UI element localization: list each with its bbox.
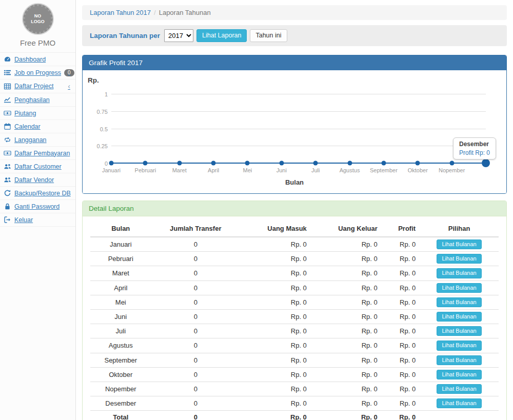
table-row: September0Rp. 0Rp. 0Rp. 0Lihat Bulanan [90, 353, 499, 367]
total-row: Total0Rp. 0Rp. 0Rp. 0 [90, 411, 499, 420]
cell: Rp. 0 [382, 295, 420, 309]
gridline: 0.75 [111, 111, 486, 112]
lihat-bulanan-button[interactable]: Lihat Bulanan [437, 312, 481, 322]
gridline: 0.5 [111, 129, 486, 129]
data-point-pebruari[interactable] [143, 161, 148, 166]
tahun-ini-button[interactable]: Tahun ini [250, 29, 287, 42]
x-tick-label: Juli [311, 167, 320, 173]
action-cell: Lihat Bulanan [420, 353, 499, 367]
cell: Mei [90, 295, 151, 309]
cell: Rp. 0 [382, 396, 420, 411]
data-point-juli[interactable] [313, 161, 318, 166]
y-tick-label: 0.75 [87, 109, 108, 115]
lihat-bulanan-button[interactable]: Lihat Bulanan [437, 283, 481, 293]
action-cell: Lihat Bulanan [420, 338, 499, 353]
data-point-agustus[interactable] [347, 161, 352, 166]
tooltip-value: Profit Rp: 0 [459, 149, 490, 156]
breadcrumb-link-laporan-tahun[interactable]: Laporan Tahun 2017 [90, 9, 151, 16]
sidebar-item-ganti-password[interactable]: Ganti Password [0, 200, 75, 213]
no-logo-text: NO LOGO [31, 13, 45, 25]
filter-label: Laporan Tahunan per [90, 32, 160, 39]
cell: Maret [90, 266, 151, 281]
x-tick-label: Agustus [340, 167, 360, 173]
cell: Pebruari [90, 252, 151, 266]
table-row: Mei0Rp. 0Rp. 0Rp. 0Lihat Bulanan [90, 295, 499, 309]
profit-chart: Rp. Desember Profit Rp: 0 10.750.50.250J… [83, 70, 506, 193]
sidebar-item-penghasilan[interactable]: Penghasilan [0, 93, 75, 107]
column-header: Bulan [90, 221, 151, 237]
sidebar-item-daftar-project[interactable]: Daftar Project‹ [0, 79, 75, 93]
sidebar-item-daftar-vendor[interactable]: Daftar Vendor [0, 173, 75, 187]
cell: Rp. 0 [311, 367, 382, 382]
cell: Total [90, 411, 151, 420]
x-tick-label: Maret [172, 167, 187, 173]
cell: Rp. 0 [382, 324, 420, 338]
count-badge: 0 [64, 69, 74, 76]
cell: Juni [90, 309, 151, 324]
cell: Rp. 0 [240, 266, 311, 281]
sidebar-item-label: Daftar Vendor [14, 176, 72, 184]
y-tick-label: 0.5 [87, 126, 108, 132]
data-point-juni[interactable] [279, 161, 284, 166]
year-select[interactable]: 2017 [164, 29, 193, 42]
x-tick-label: Januari [102, 167, 121, 173]
sidebar-item-label: Job on Progress [14, 69, 61, 76]
lihat-bulanan-button[interactable]: Lihat Bulanan [437, 297, 481, 307]
table-row: Maret0Rp. 0Rp. 0Rp. 0Lihat Bulanan [90, 266, 499, 281]
sidebar-item-langganan[interactable]: Langganan [0, 133, 75, 147]
sidebar-item-keluar[interactable]: Keluar [0, 213, 75, 227]
sidebar-item-piutang[interactable]: Piutang [0, 107, 75, 120]
sidebar-item-daftar-pembayaran[interactable]: Daftar Pembayaran [0, 147, 75, 160]
logo-area: NO LOGO Free PMO [0, 0, 75, 47]
data-point-januari[interactable] [109, 161, 114, 166]
chart-tooltip: Desember Profit Rp: 0 [453, 137, 496, 159]
lihat-bulanan-button[interactable]: Lihat Bulanan [437, 254, 481, 264]
sidebar-item-dashboard[interactable]: Dashboard [0, 53, 75, 66]
table-row: Januari0Rp. 0Rp. 0Rp. 0Lihat Bulanan [90, 237, 499, 252]
sidebar-item-backup-restore-db[interactable]: Backup/Restore DB [0, 187, 75, 200]
cell: Rp. 0 [240, 324, 311, 338]
profit-chart-panel: Grafik Profit 2017 Rp. Desember Profit R… [82, 55, 507, 194]
data-point-oktober[interactable] [416, 161, 420, 166]
cell: 0 [151, 324, 240, 338]
data-point-september[interactable] [381, 161, 386, 166]
sidebar-item-daftar-customer[interactable]: Daftar Customer [0, 160, 75, 173]
x-tick-label: Nopember [439, 167, 465, 173]
data-point-april[interactable] [211, 161, 216, 166]
action-cell: Lihat Bulanan [420, 266, 499, 281]
lihat-laporan-button[interactable]: Lihat Laporan [196, 29, 247, 42]
column-header: Profit [382, 221, 420, 237]
cell: 0 [151, 382, 240, 396]
users-icon [4, 176, 11, 184]
cell: Rp. 0 [240, 338, 311, 353]
data-point-maret[interactable] [177, 161, 182, 166]
lihat-bulanan-button[interactable]: Lihat Bulanan [437, 384, 481, 394]
lihat-bulanan-button[interactable]: Lihat Bulanan [437, 370, 481, 379]
y-tick-label: 0 [87, 161, 108, 167]
cell: Rp. 0 [311, 281, 382, 295]
column-header: Jumlah Transfer [151, 221, 240, 237]
lihat-bulanan-button[interactable]: Lihat Bulanan [437, 268, 481, 278]
sidebar-item-calendar[interactable]: Calendar [0, 120, 75, 133]
sidebar-item-label: Piutang [14, 110, 72, 117]
data-point-desember[interactable] [482, 159, 490, 167]
sidebar-item-job-on-progress[interactable]: Job on Progress0 [0, 66, 75, 79]
brand-name: Free PMO [0, 38, 75, 47]
lock-icon [4, 203, 11, 210]
action-cell: Lihat Bulanan [420, 324, 499, 338]
lihat-bulanan-button[interactable]: Lihat Bulanan [437, 239, 481, 249]
cell: 0 [151, 266, 240, 281]
column-header: Pilihan [420, 221, 499, 237]
data-point-mei[interactable] [245, 161, 250, 166]
lihat-bulanan-button[interactable]: Lihat Bulanan [437, 398, 481, 408]
cell: Rp. 0 [382, 266, 420, 281]
lihat-bulanan-button[interactable]: Lihat Bulanan [437, 341, 481, 350]
no-logo-badge: NO LOGO [23, 4, 53, 34]
lihat-bulanan-button[interactable]: Lihat Bulanan [437, 355, 481, 365]
data-point-nopember[interactable] [449, 161, 454, 166]
lihat-bulanan-button[interactable]: Lihat Bulanan [437, 326, 481, 336]
x-tick-label: Mei [243, 167, 252, 173]
cell: 0 [151, 237, 240, 252]
x-tick-label: April [208, 167, 219, 173]
cell: Rp. 0 [382, 252, 420, 266]
